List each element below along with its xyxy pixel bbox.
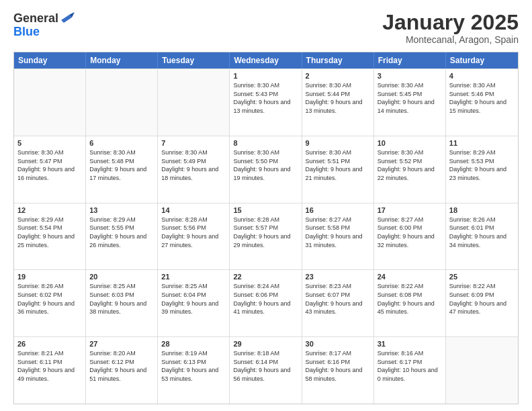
header-friday: Friday xyxy=(374,52,446,68)
cal-cell-0-4: 2Sunrise: 8:30 AM Sunset: 5:44 PM Daylig… xyxy=(302,69,374,136)
cell-info: Sunrise: 8:16 AM Sunset: 6:17 PM Dayligh… xyxy=(378,349,442,383)
cell-info: Sunrise: 8:20 AM Sunset: 6:12 PM Dayligh… xyxy=(89,349,154,383)
day-number: 10 xyxy=(378,139,442,147)
day-number: 8 xyxy=(233,139,298,147)
day-number: 23 xyxy=(306,273,370,281)
cell-info: Sunrise: 8:27 AM Sunset: 5:58 PM Dayligh… xyxy=(306,216,370,249)
day-number: 16 xyxy=(306,206,370,214)
day-number: 1 xyxy=(233,72,298,80)
day-number: 4 xyxy=(449,72,515,80)
day-number: 25 xyxy=(449,273,515,281)
cal-cell-3-6: 25Sunrise: 8:22 AM Sunset: 6:09 PM Dayli… xyxy=(446,270,518,336)
day-number: 2 xyxy=(306,72,370,80)
header-monday: Monday xyxy=(86,52,158,68)
day-number: 9 xyxy=(306,139,370,147)
cal-cell-4-1: 27Sunrise: 8:20 AM Sunset: 6:12 PM Dayli… xyxy=(86,337,158,404)
cal-cell-2-2: 14Sunrise: 8:28 AM Sunset: 5:56 PM Dayli… xyxy=(158,203,230,270)
title-location: Montecanal, Aragon, Spain xyxy=(382,34,519,45)
day-number: 12 xyxy=(17,206,82,214)
day-number: 14 xyxy=(161,206,226,214)
header-thursday: Thursday xyxy=(302,52,374,68)
title-section: January 2025 Montecanal, Aragon, Spain xyxy=(382,11,519,45)
calendar-header: Sunday Monday Tuesday Wednesday Thursday… xyxy=(14,52,518,68)
cal-row-2: 12Sunrise: 8:29 AM Sunset: 5:54 PM Dayli… xyxy=(14,203,518,270)
cell-info: Sunrise: 8:25 AM Sunset: 6:03 PM Dayligh… xyxy=(89,282,154,316)
cell-info: Sunrise: 8:30 AM Sunset: 5:50 PM Dayligh… xyxy=(233,148,298,182)
cal-cell-4-0: 26Sunrise: 8:21 AM Sunset: 6:11 PM Dayli… xyxy=(14,337,86,404)
cell-info: Sunrise: 8:29 AM Sunset: 5:53 PM Dayligh… xyxy=(449,148,515,182)
cell-info: Sunrise: 8:30 AM Sunset: 5:48 PM Dayligh… xyxy=(89,148,154,182)
header-tuesday: Tuesday xyxy=(158,52,230,68)
day-number: 15 xyxy=(233,206,298,214)
day-number: 17 xyxy=(378,206,442,214)
cal-row-1: 5Sunrise: 8:30 AM Sunset: 5:47 PM Daylig… xyxy=(14,136,518,203)
cell-info: Sunrise: 8:18 AM Sunset: 6:14 PM Dayligh… xyxy=(233,349,298,383)
day-number: 5 xyxy=(17,139,82,147)
cell-info: Sunrise: 8:26 AM Sunset: 6:01 PM Dayligh… xyxy=(449,216,515,249)
logo: General Blue xyxy=(13,11,75,38)
cell-info: Sunrise: 8:28 AM Sunset: 5:57 PM Dayligh… xyxy=(233,216,298,249)
cal-cell-0-0 xyxy=(14,69,86,136)
cal-row-4: 26Sunrise: 8:21 AM Sunset: 6:11 PM Dayli… xyxy=(14,336,518,404)
cal-cell-1-2: 7Sunrise: 8:30 AM Sunset: 5:49 PM Daylig… xyxy=(158,136,230,203)
day-number: 30 xyxy=(306,340,370,348)
day-number: 27 xyxy=(89,340,154,348)
page: General Blue January 2025 Montecanal, Ar… xyxy=(0,0,532,411)
cell-info: Sunrise: 8:24 AM Sunset: 6:06 PM Dayligh… xyxy=(233,282,298,316)
day-number: 6 xyxy=(89,139,154,147)
day-number: 20 xyxy=(89,273,154,281)
day-number: 31 xyxy=(378,340,442,348)
cell-info: Sunrise: 8:25 AM Sunset: 6:04 PM Dayligh… xyxy=(161,282,226,316)
cal-cell-0-2 xyxy=(158,69,230,136)
header-saturday: Saturday xyxy=(446,52,518,68)
cal-cell-1-3: 8Sunrise: 8:30 AM Sunset: 5:50 PM Daylig… xyxy=(230,136,302,203)
day-number: 26 xyxy=(17,340,82,348)
cal-cell-3-5: 24Sunrise: 8:22 AM Sunset: 6:08 PM Dayli… xyxy=(374,270,446,336)
day-number: 7 xyxy=(161,139,226,147)
day-number: 11 xyxy=(449,139,515,147)
cal-cell-2-5: 17Sunrise: 8:27 AM Sunset: 6:00 PM Dayli… xyxy=(374,203,446,270)
cal-cell-3-3: 22Sunrise: 8:24 AM Sunset: 6:06 PM Dayli… xyxy=(230,270,302,336)
day-number: 24 xyxy=(378,273,442,281)
day-number: 21 xyxy=(161,273,226,281)
cell-info: Sunrise: 8:22 AM Sunset: 6:08 PM Dayligh… xyxy=(378,282,442,316)
cell-info: Sunrise: 8:29 AM Sunset: 5:54 PM Dayligh… xyxy=(17,216,82,249)
cal-cell-2-4: 16Sunrise: 8:27 AM Sunset: 5:58 PM Dayli… xyxy=(302,203,374,270)
cal-cell-3-2: 21Sunrise: 8:25 AM Sunset: 6:04 PM Dayli… xyxy=(158,270,230,336)
cal-cell-2-0: 12Sunrise: 8:29 AM Sunset: 5:54 PM Dayli… xyxy=(14,203,86,270)
cell-info: Sunrise: 8:30 AM Sunset: 5:45 PM Dayligh… xyxy=(378,81,442,115)
header: General Blue January 2025 Montecanal, Ar… xyxy=(13,11,519,45)
day-number: 13 xyxy=(89,206,154,214)
cal-cell-1-6: 11Sunrise: 8:29 AM Sunset: 5:53 PM Dayli… xyxy=(446,136,518,203)
cell-info: Sunrise: 8:19 AM Sunset: 6:13 PM Dayligh… xyxy=(161,349,226,383)
cell-info: Sunrise: 8:29 AM Sunset: 5:55 PM Dayligh… xyxy=(89,216,154,249)
title-month: January 2025 xyxy=(382,11,519,34)
day-number: 28 xyxy=(161,340,226,348)
cal-cell-2-6: 18Sunrise: 8:26 AM Sunset: 6:01 PM Dayli… xyxy=(446,203,518,270)
day-number: 3 xyxy=(378,72,442,80)
cal-cell-0-1 xyxy=(86,69,158,136)
cal-cell-4-4: 30Sunrise: 8:17 AM Sunset: 6:16 PM Dayli… xyxy=(302,337,374,404)
cell-info: Sunrise: 8:30 AM Sunset: 5:47 PM Dayligh… xyxy=(17,148,82,182)
cal-cell-3-1: 20Sunrise: 8:25 AM Sunset: 6:03 PM Dayli… xyxy=(86,270,158,336)
cal-row-0: 1Sunrise: 8:30 AM Sunset: 5:43 PM Daylig… xyxy=(14,68,518,136)
logo-general: General xyxy=(13,12,58,24)
cell-info: Sunrise: 8:26 AM Sunset: 6:02 PM Dayligh… xyxy=(17,282,82,316)
day-number: 18 xyxy=(449,206,515,214)
cal-cell-3-4: 23Sunrise: 8:23 AM Sunset: 6:07 PM Dayli… xyxy=(302,270,374,336)
day-number: 29 xyxy=(233,340,298,348)
cal-cell-4-3: 29Sunrise: 8:18 AM Sunset: 6:14 PM Dayli… xyxy=(230,337,302,404)
header-wednesday: Wednesday xyxy=(230,52,302,68)
cal-cell-1-1: 6Sunrise: 8:30 AM Sunset: 5:48 PM Daylig… xyxy=(86,136,158,203)
cal-cell-3-0: 19Sunrise: 8:26 AM Sunset: 6:02 PM Dayli… xyxy=(14,270,86,336)
svg-marker-0 xyxy=(61,15,72,23)
cal-cell-1-5: 10Sunrise: 8:30 AM Sunset: 5:52 PM Dayli… xyxy=(374,136,446,203)
cell-info: Sunrise: 8:30 AM Sunset: 5:46 PM Dayligh… xyxy=(449,81,515,115)
cal-cell-2-1: 13Sunrise: 8:29 AM Sunset: 5:55 PM Dayli… xyxy=(86,203,158,270)
cell-info: Sunrise: 8:30 AM Sunset: 5:51 PM Dayligh… xyxy=(306,148,370,182)
cell-info: Sunrise: 8:27 AM Sunset: 6:00 PM Dayligh… xyxy=(378,216,442,249)
cal-cell-2-3: 15Sunrise: 8:28 AM Sunset: 5:57 PM Dayli… xyxy=(230,203,302,270)
calendar: Sunday Monday Tuesday Wednesday Thursday… xyxy=(13,52,519,404)
cal-cell-0-3: 1Sunrise: 8:30 AM Sunset: 5:43 PM Daylig… xyxy=(230,69,302,136)
logo-icon xyxy=(60,11,75,26)
